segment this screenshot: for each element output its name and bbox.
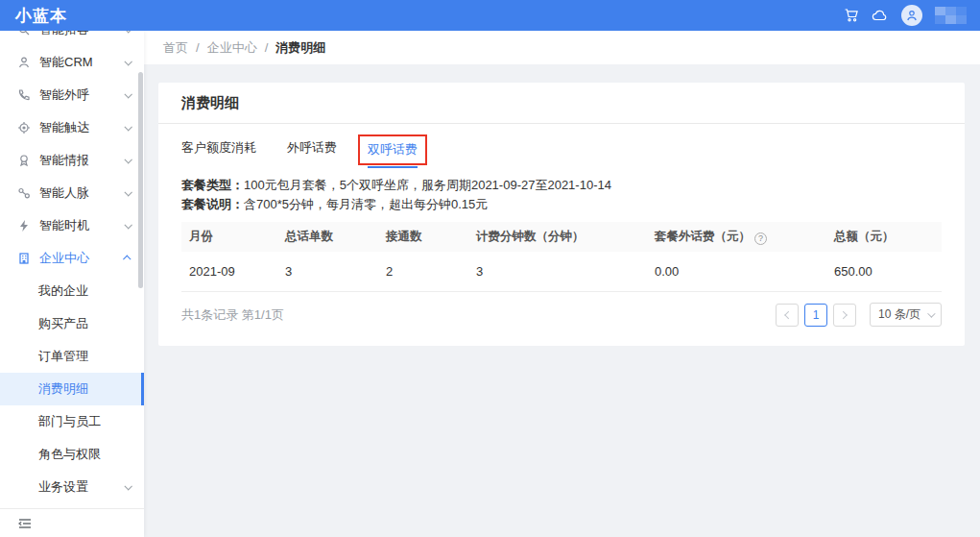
cart-icon[interactable] xyxy=(844,8,859,23)
sidebar-item-label: 智能触达 xyxy=(39,119,116,136)
sidebar-subitem-label: 消费明细 xyxy=(38,380,141,398)
sidebar-subitem-label: 部门与员工 xyxy=(38,413,144,430)
cell-extra-fee: 0.00 xyxy=(647,264,826,279)
tab-customer-quota-consumption[interactable]: 客户额度消耗 xyxy=(181,140,256,164)
breadcrumb-separator: / xyxy=(196,40,200,55)
chevron-down-icon xyxy=(124,156,131,163)
chevron-down-icon xyxy=(124,482,131,490)
page-size-select[interactable]: 10 条/页 xyxy=(870,303,942,327)
chevron-down-icon xyxy=(124,221,131,229)
sidebar-subitem-label: 角色与权限 xyxy=(38,446,144,463)
breadcrumb-enterprise-center[interactable]: 企业中心 xyxy=(207,39,257,57)
col-header-total-calls: 总话单数 xyxy=(277,229,378,245)
sidebar-subitem-roles-permissions[interactable]: 角色与权限 xyxy=(0,438,144,471)
plan-type-value: 100元包月套餐，5个双呼坐席，服务周期2021-09-27至2021-10-1… xyxy=(244,178,611,192)
sidebar-item-smart-intelligence[interactable]: 智能情报 xyxy=(0,144,144,177)
chevron-down-icon xyxy=(124,123,131,131)
col-header-connected: 接通数 xyxy=(378,229,468,245)
col-header-month: 月份 xyxy=(181,229,277,245)
plan-desc-label: 套餐说明： xyxy=(181,197,244,211)
sidebar-item-smart-connections[interactable]: 智能人脉 xyxy=(0,177,144,209)
top-navbar: 小蓝本 xyxy=(0,0,980,31)
content-area: 消费明细 客户额度消耗 外呼话费 双呼话费 套餐类型：100元包月套餐，5个双呼… xyxy=(144,64,980,537)
prev-page-button[interactable] xyxy=(776,304,799,327)
topbar-actions xyxy=(844,5,970,26)
breadcrumb-current: 消费明细 xyxy=(275,39,325,57)
pagination-summary: 共1条记录 第1/1页 xyxy=(181,306,284,324)
sidebar-subitem-business-settings[interactable]: 业务设置 xyxy=(0,471,144,503)
sidebar-subitem-departments-employees[interactable]: 部门与员工 xyxy=(0,405,144,438)
chevron-up-icon xyxy=(123,255,131,262)
sidebar-subitem-label: 我的企业 xyxy=(38,282,144,300)
plan-type-line: 套餐类型：100元包月套餐，5个双呼坐席，服务周期2021-09-27至2021… xyxy=(181,176,942,195)
col-header-extra-fee-label: 套餐外话费（元） xyxy=(655,230,751,243)
sidebar: 智能拓客 智能CRM 智能外呼 智能触达 智能情报 智能 xyxy=(0,31,144,537)
col-header-total-amount: 总额（元） xyxy=(826,229,942,245)
help-icon[interactable]: ? xyxy=(754,232,767,245)
sidebar-item-smart-prospecting[interactable]: 智能拓客 xyxy=(0,31,144,46)
tab-dual-call-fee-wrap: 双呼话费 xyxy=(368,140,418,164)
chevron-down-icon xyxy=(124,90,131,98)
breadcrumb-separator: / xyxy=(265,40,269,55)
table-header-row: 月份 总话单数 接通数 计费分钟数（分钟） 套餐外话费（元）? 总额（元） xyxy=(181,222,942,252)
cloud-icon[interactable] xyxy=(872,9,889,22)
tab-bar: 客户额度消耗 外呼话费 双呼话费 xyxy=(158,140,965,164)
sidebar-item-label: 智能情报 xyxy=(39,152,116,169)
sidebar-subitem-purchase-products[interactable]: 购买产品 xyxy=(0,307,144,340)
tab-dual-call-fee[interactable]: 双呼话费 xyxy=(368,142,418,168)
target-icon xyxy=(17,121,31,134)
plan-desc-line: 套餐说明：含700*5分钟，每月清零，超出每分钟0.15元 xyxy=(181,195,942,214)
main-area: 首页 / 企业中心 / 消费明细 消费明细 客户额度消耗 外呼话费 双呼话费 套… xyxy=(144,31,980,537)
network-icon xyxy=(17,186,31,200)
page-number-button[interactable]: 1 xyxy=(804,304,827,327)
redacted-username xyxy=(935,7,967,24)
sidebar-item-label: 智能人脉 xyxy=(39,184,116,202)
sidebar-item-smart-timing[interactable]: 智能时机 xyxy=(0,209,144,242)
table-row: 2021-09 3 2 3 0.00 650.00 xyxy=(181,252,942,292)
pagination-controls: 1 10 条/页 xyxy=(776,303,942,327)
sidebar-item-label: 智能外呼 xyxy=(39,86,116,104)
plan-desc-value: 含700*5分钟，每月清零，超出每分钟0.15元 xyxy=(244,197,488,211)
plan-type-label: 套餐类型： xyxy=(181,178,244,192)
medal-icon xyxy=(17,154,31,167)
plan-info: 套餐类型：100元包月套餐，5个双呼坐席，服务周期2021-09-27至2021… xyxy=(158,176,965,214)
collapse-sidebar-button[interactable] xyxy=(17,517,33,530)
sidebar-subitem-my-enterprise[interactable]: 我的企业 xyxy=(0,275,144,307)
sidebar-item-label: 智能CRM xyxy=(39,54,116,71)
sidebar-item-label: 企业中心 xyxy=(39,250,116,267)
app-logo: 小蓝本 xyxy=(15,5,67,27)
sidebar-scrollbar[interactable] xyxy=(138,72,143,288)
consumption-card: 消费明细 客户额度消耗 外呼话费 双呼话费 套餐类型：100元包月套餐，5个双呼… xyxy=(158,83,965,346)
phone-icon xyxy=(17,88,31,102)
col-header-billed-minutes: 计费分钟数（分钟） xyxy=(468,229,647,245)
breadcrumb: 首页 / 企业中心 / 消费明细 xyxy=(144,31,980,64)
sidebar-footer xyxy=(0,508,144,537)
sidebar-subitem-consumption-details[interactable]: 消费明细 xyxy=(0,373,144,405)
menu-fold-icon xyxy=(17,517,33,530)
col-header-extra-fee: 套餐外话费（元）? xyxy=(647,229,826,245)
building-icon xyxy=(17,252,31,265)
breadcrumb-home[interactable]: 首页 xyxy=(163,39,188,57)
sidebar-item-smart-outbound-call[interactable]: 智能外呼 xyxy=(0,79,144,111)
tab-outbound-call-fee[interactable]: 外呼话费 xyxy=(287,140,337,164)
sidebar-subitem-order-management[interactable]: 订单管理 xyxy=(0,340,144,373)
chevron-down-icon xyxy=(927,309,935,317)
magnifier-icon xyxy=(17,31,31,37)
cell-total-amount: 650.00 xyxy=(826,264,942,279)
page-size-value: 10 条/页 xyxy=(878,306,920,323)
cell-billed-minutes: 3 xyxy=(468,264,647,279)
page-title: 消费明细 xyxy=(158,83,965,124)
sidebar-item-smart-reach[interactable]: 智能触达 xyxy=(0,111,144,144)
user-avatar[interactable] xyxy=(901,5,922,26)
next-page-button[interactable] xyxy=(833,304,856,327)
sidebar-item-label: 智能拓客 xyxy=(39,31,116,38)
sidebar-subitem-label: 业务设置 xyxy=(38,478,125,496)
user-icon xyxy=(17,56,31,69)
cell-total-calls: 3 xyxy=(277,264,378,279)
sidebar-item-enterprise-center[interactable]: 企业中心 xyxy=(0,242,144,275)
chevron-down-icon xyxy=(124,58,131,65)
consumption-table: 月份 总话单数 接通数 计费分钟数（分钟） 套餐外话费（元）? 总额（元） 20… xyxy=(181,222,942,292)
chevron-down-icon xyxy=(124,188,131,196)
chevron-right-icon xyxy=(839,310,847,318)
sidebar-item-smart-crm[interactable]: 智能CRM xyxy=(0,46,144,79)
